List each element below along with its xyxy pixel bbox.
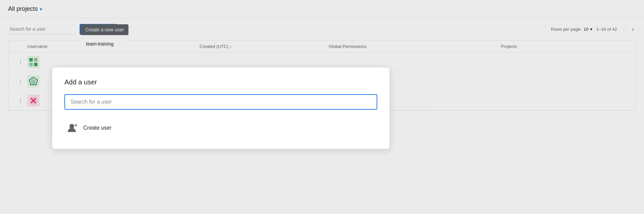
modal-overlay: Add a user Create user [0,0,644,116]
modal-title: Add a user [64,78,377,86]
modal-search-input[interactable] [64,94,377,110]
add-user-modal: Add a user Create user [52,68,389,116]
